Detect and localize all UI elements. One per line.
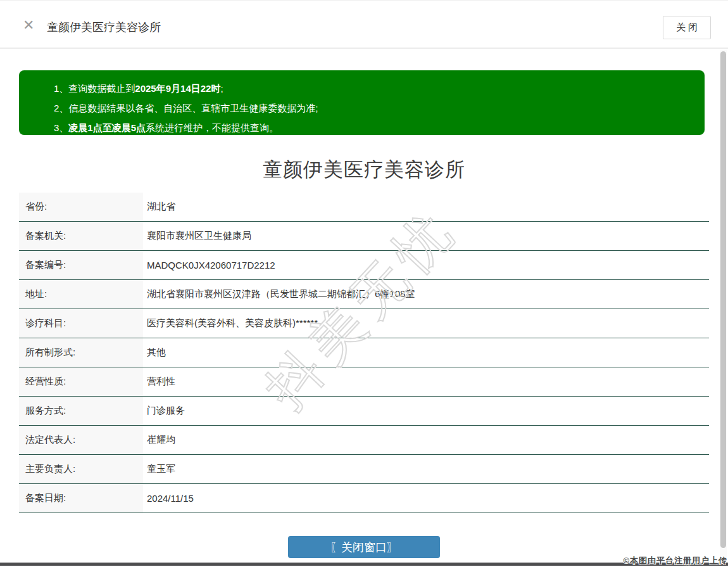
table-row: 诊疗科目: 医疗美容科(美容外科、美容皮肤科)******	[19, 309, 709, 338]
notice-line: 1、查询数据截止到2025年9月14日22时;	[54, 79, 692, 98]
table-row: 省份: 湖北省	[19, 193, 709, 222]
row-label: 省份:	[19, 193, 143, 221]
row-label: 备案日期:	[19, 484, 143, 513]
notice-line: 2、信息数据结果以各省、自治区、直辖市卫生健康委数据为准;	[54, 98, 692, 118]
table-row: 所有制形式: 其他	[19, 338, 709, 367]
scrollbar-thumb[interactable]	[720, 51, 726, 548]
notice-box: 1、查询数据截止到2025年9月14日22时; 2、信息数据结果以各省、自治区、…	[19, 70, 705, 135]
row-value: 其他	[143, 338, 709, 367]
row-value: 童玉军	[143, 455, 709, 483]
scrollbar[interactable]	[720, 50, 727, 563]
header-title: 童颜伊美医疗美容诊所	[47, 20, 161, 35]
table-row: 备案编号: MADQCK0JX42060717D2212	[19, 251, 709, 280]
row-value: 湖北省	[143, 193, 709, 221]
row-value: 崔耀均	[143, 426, 709, 454]
row-value: 湖北省襄阳市襄州区汉津路（民发世界城二期锦都汇）6幢108室	[143, 280, 709, 309]
row-label: 经营性质:	[19, 367, 143, 396]
close-icon[interactable]: ✕	[23, 18, 34, 32]
table-row: 经营性质: 营利性	[19, 367, 709, 397]
notice-line: 3、凌晨1点至凌晨5点系统进行维护，不能提供查询。	[54, 118, 692, 137]
page: ✕ 童颜伊美医疗美容诊所 关 闭 1、查询数据截止到2025年9月14日22时;…	[0, 0, 728, 567]
row-label: 地址:	[19, 280, 143, 309]
detail-table: 省份: 湖北省 备案机关: 襄阳市襄州区卫生健康局 备案编号: MADQCK0J…	[19, 193, 709, 513]
notice-text: 2、信息数据结果以各省、自治区、直辖市卫生健康委数据为准;	[54, 103, 318, 113]
table-row: 备案机关: 襄阳市襄州区卫生健康局	[19, 222, 709, 251]
table-row: 主要负责人: 童玉军	[19, 455, 709, 484]
notice-text: 3、	[54, 122, 68, 133]
row-value: 2024/11/15	[143, 484, 709, 513]
row-label: 所有制形式:	[19, 338, 143, 367]
copyright-watermark: ©本图由平台注册用户上传	[623, 555, 727, 566]
row-label: 诊疗科目:	[19, 309, 143, 338]
header: ✕ 童颜伊美医疗美容诊所 关 闭	[0, 1, 728, 49]
row-label: 主要负责人:	[19, 455, 143, 483]
bottom-edge	[0, 563, 728, 566]
row-label: 备案机关:	[19, 222, 143, 250]
close-window-button[interactable]: 〖关闭窗口〗	[288, 536, 440, 558]
notice-text: 1、查询数据截止到	[54, 83, 135, 94]
row-value: MADQCK0JX42060717D2212	[143, 251, 709, 279]
row-value: 营利性	[143, 367, 709, 396]
notice-text: 系统进行维护，不能提供查询。	[146, 122, 279, 133]
notice-bold: 2025年9月14日22时	[135, 83, 220, 94]
page-title: 童颜伊美医疗美容诊所	[0, 156, 728, 183]
notice-bold: 凌晨1点至凌晨5点	[68, 122, 146, 133]
row-value: 门诊服务	[143, 397, 709, 425]
close-button[interactable]: 关 闭	[663, 16, 711, 39]
row-label: 法定代表人:	[19, 426, 143, 454]
table-row: 地址: 湖北省襄阳市襄州区汉津路（民发世界城二期锦都汇）6幢108室	[19, 280, 709, 309]
table-row: 服务方式: 门诊服务	[19, 397, 709, 426]
notice-text: ;	[220, 83, 223, 94]
row-value: 襄阳市襄州区卫生健康局	[143, 222, 709, 250]
row-label: 服务方式:	[19, 397, 143, 425]
row-label: 备案编号:	[19, 251, 143, 279]
row-value: 医疗美容科(美容外科、美容皮肤科)******	[143, 309, 709, 338]
table-row: 法定代表人: 崔耀均	[19, 426, 709, 455]
table-row: 备案日期: 2024/11/15	[19, 484, 709, 513]
